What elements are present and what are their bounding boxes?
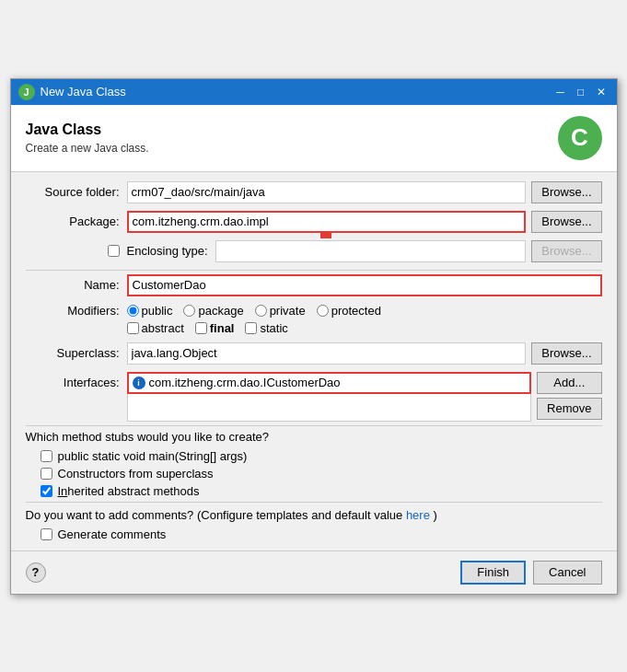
divider-2 (26, 425, 602, 426)
modifier-protected-radio[interactable] (317, 305, 329, 317)
superclass-label: Superclass: (26, 346, 127, 360)
modifiers-label: Modifiers: (26, 304, 127, 318)
footer-right: Finish Cancel (460, 561, 601, 585)
new-java-class-dialog: J New Java Class ─ □ ✕ Java Class Create… (10, 78, 618, 595)
minimize-button[interactable]: ─ (552, 85, 569, 99)
modifiers-row: Modifiers: public package private protec… (26, 304, 602, 318)
modifiers-radio-group: public package private protected (127, 304, 602, 318)
dialog-footer: ? Finish Cancel (11, 550, 617, 594)
comments-link[interactable]: here (406, 508, 430, 522)
generate-comments-label: Generate comments (58, 527, 167, 541)
modifier-private-label: private (270, 304, 306, 318)
static-checkbox[interactable] (245, 322, 257, 334)
package-input-wrapper (127, 211, 527, 233)
logo-letter: C (571, 123, 588, 152)
help-button[interactable]: ? (26, 562, 46, 583)
enclosing-type-row: Enclosing type: Browse... (26, 240, 602, 262)
modifier-package[interactable]: package (183, 304, 243, 318)
name-row: Name: (26, 274, 602, 296)
method-stub-checkbox-1[interactable] (41, 468, 52, 480)
enclosing-type-checkbox[interactable] (108, 245, 120, 257)
method-stub-label-0: public static void main(String[] args) (58, 449, 248, 463)
modifier-protected-label: protected (331, 304, 381, 318)
add-interface-button[interactable]: Add... (537, 372, 601, 394)
package-label: Package: (26, 214, 127, 228)
comments-question: Do you want to add comments? (Configure … (26, 508, 403, 522)
window-controls: ─ □ ✕ (552, 85, 610, 99)
method-stub-checkbox-0[interactable] (41, 450, 52, 462)
package-cursor-indicator (320, 233, 331, 238)
divider-3 (26, 502, 602, 503)
generate-comments-checkbox[interactable] (41, 528, 52, 540)
final-label: final (210, 321, 235, 335)
modifier-protected[interactable]: protected (317, 304, 381, 318)
superclass-browse-button[interactable]: Browse... (531, 342, 601, 365)
divider-1 (26, 270, 602, 271)
name-label: Name: (26, 278, 127, 292)
finish-button[interactable]: Finish (460, 561, 526, 585)
static-label: static (260, 321, 287, 335)
source-folder-input[interactable] (127, 181, 527, 203)
package-browse-button[interactable]: Browse... (531, 211, 601, 233)
cancel-button[interactable]: Cancel (533, 561, 601, 585)
generate-row: Generate comments (41, 527, 602, 541)
modifier-public-radio[interactable] (127, 305, 139, 317)
method-stub-checkbox-2[interactable] (41, 485, 52, 497)
interfaces-box: i com.itzheng.crm.dao.ICustomerDao (127, 372, 532, 394)
enclosing-browse-button[interactable]: Browse... (531, 240, 601, 262)
superclass-row: Superclass: Browse... (26, 342, 602, 365)
interfaces-list-area: i com.itzheng.crm.dao.ICustomerDao (127, 372, 532, 422)
interfaces-controls: Add... Remove (537, 372, 601, 420)
maximize-button[interactable]: □ (573, 85, 589, 99)
remove-interface-button[interactable]: Remove (537, 398, 601, 420)
modifier-public[interactable]: public (127, 304, 173, 318)
comments-after-link: ) (434, 508, 437, 522)
modifier-private[interactable]: private (255, 304, 306, 318)
interfaces-content: i com.itzheng.crm.dao.ICustomerDao Add..… (127, 372, 602, 422)
title-bar: J New Java Class ─ □ ✕ (11, 79, 617, 105)
modifier-private-radio[interactable] (255, 305, 267, 317)
header-left: Java Class Create a new Java class. (26, 122, 149, 155)
close-button[interactable]: ✕ (593, 85, 610, 99)
modifier-checkboxes: abstract final static (127, 321, 602, 335)
final-checkbox-label[interactable]: final (195, 321, 235, 335)
enclosing-type-input[interactable] (215, 240, 527, 262)
final-checkbox[interactable] (195, 322, 207, 334)
abstract-checkbox-label[interactable]: abstract (127, 321, 184, 335)
modifier-package-label: package (198, 304, 243, 318)
comments-section: Do you want to add comments? (Configure … (26, 508, 602, 522)
footer-left: ? (26, 562, 46, 583)
method-stubs-section: public static void main(String[] args) C… (41, 449, 602, 498)
abstract-checkbox[interactable] (127, 322, 139, 334)
package-row: Package: Browse... (26, 211, 602, 233)
source-folder-browse-button[interactable]: Browse... (531, 181, 601, 203)
enclosing-type-label: Enclosing type: (127, 244, 215, 258)
dialog-title: New Java Class (41, 85, 552, 98)
method-stub-label-2: Inherited abstract methods (58, 484, 200, 498)
method-stub-row-1: Constructors from superclass (41, 467, 602, 481)
source-folder-row: Source folder: Browse... (26, 181, 602, 203)
header-title: Java Class (26, 122, 149, 138)
modifier-package-radio[interactable] (183, 305, 195, 317)
header-subtitle: Create a new Java class. (26, 142, 149, 155)
header-section: Java Class Create a new Java class. C (11, 105, 617, 172)
name-input[interactable] (127, 274, 602, 296)
method-stubs-question: Which method stubs would you like to cre… (26, 430, 602, 444)
method-stub-row-2: Inherited abstract methods (41, 484, 602, 498)
header-logo: C (558, 116, 602, 160)
form-content: Source folder: Browse... Package: Browse… (11, 172, 617, 550)
superclass-input[interactable] (127, 342, 527, 365)
abstract-label: abstract (142, 321, 184, 335)
method-stub-row-0: public static void main(String[] args) (41, 449, 602, 463)
dialog-icon: J (18, 84, 35, 100)
static-checkbox-label[interactable]: static (245, 321, 287, 335)
interface-name: com.itzheng.crm.dao.ICustomerDao (149, 376, 341, 389)
enclosing-checkbox-area (26, 245, 127, 257)
interfaces-label: Interfaces: (26, 372, 127, 389)
interface-icon: i (133, 377, 145, 389)
method-stub-label-1: Constructors from superclass (58, 467, 214, 481)
modifier-public-label: public (142, 304, 173, 318)
package-input[interactable] (127, 211, 527, 233)
interface-list-item: i com.itzheng.crm.dao.ICustomerDao (133, 376, 341, 389)
source-folder-label: Source folder: (26, 185, 127, 199)
